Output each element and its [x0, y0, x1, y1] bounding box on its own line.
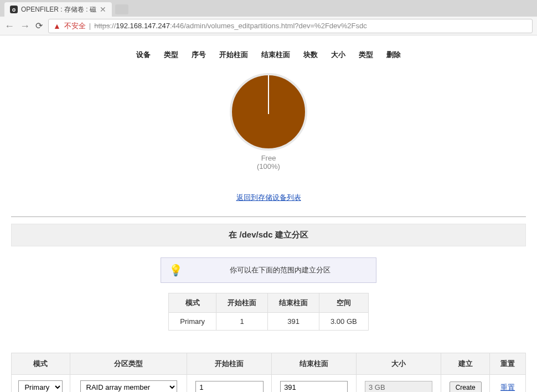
col-delete: 删除 [380, 47, 407, 63]
page-content: 设备 类型 序号 开始柱面 结束柱面 块数 大小 类型 删除 Free (100… [0, 47, 537, 392]
create-partition-heading: 在 /dev/sdc 建立分区 [11, 224, 526, 246]
form-col-size: 大小 [357, 353, 441, 375]
end-cylinder-input[interactable] [280, 381, 348, 392]
forward-icon[interactable]: → [20, 21, 30, 31]
disk-usage-chart: Free (100%) [11, 73, 526, 171]
not-secure-label: 不安全 [64, 21, 86, 31]
form-row: Primary RAID array member Create 重置 [12, 375, 526, 393]
url-sep2: :// [110, 22, 116, 30]
browser-address-bar: ← → ⟳ ▲ 不安全 | https://192.168.147.247:44… [0, 17, 537, 35]
range-start: 1 [216, 313, 268, 331]
info-text: 你可以在下面的范围内建立分区 [192, 265, 368, 275]
col-blocks: 块数 [297, 47, 324, 63]
pie-label-name: Free [261, 154, 276, 162]
range-table: 模式 开始柱面 结束柱面 空间 Primary 1 391 3.00 GB [168, 293, 368, 331]
create-button[interactable]: Create [450, 381, 482, 393]
range-col-end: 结束柱面 [268, 293, 319, 313]
url-proto: https [94, 22, 110, 30]
reset-link[interactable]: 重置 [500, 383, 515, 391]
pie-chart [230, 73, 307, 151]
range-mode: Primary [169, 313, 216, 331]
col-type2: 类型 [352, 47, 380, 63]
range-row: Primary 1 391 3.00 GB [169, 313, 368, 331]
close-icon[interactable]: ✕ [100, 6, 106, 13]
create-partition-form: 模式 分区类型 开始柱面 结束柱面 大小 建立 重置 Primary RAID … [11, 353, 526, 392]
start-cylinder-input[interactable] [195, 381, 263, 392]
col-size: 大小 [324, 47, 352, 63]
form-col-create: 建立 [441, 353, 490, 375]
reload-icon[interactable]: ⟳ [35, 22, 43, 30]
form-col-mode: 模式 [12, 353, 70, 375]
lightbulb-icon: 💡 [169, 264, 183, 277]
back-to-device-list-link[interactable]: 返回到存储设备列表 [236, 193, 301, 202]
browser-tab[interactable]: o OPENFILER : 存储卷 : 磁 ✕ [4, 2, 112, 17]
back-icon[interactable]: ← [4, 21, 14, 31]
mode-select[interactable]: Primary [18, 380, 63, 392]
col-index: 序号 [185, 47, 213, 63]
form-col-reset: 重置 [490, 353, 526, 375]
col-start-cyl: 开始柱面 [213, 47, 255, 63]
warning-icon: ▲ [53, 22, 61, 30]
col-device: 设备 [130, 47, 157, 63]
form-col-end: 结束柱面 [272, 353, 357, 375]
range-col-start: 开始柱面 [216, 293, 268, 313]
info-box: 💡 你可以在下面的范围内建立分区 [161, 257, 376, 283]
site-favicon: o [10, 6, 18, 13]
range-space: 3.00 GB [319, 313, 369, 331]
browser-tab-bar: o OPENFILER : 存储卷 : 磁 ✕ [0, 0, 537, 17]
form-col-type: 分区类型 [70, 353, 187, 375]
range-col-mode: 模式 [169, 293, 216, 313]
size-display [365, 381, 432, 392]
range-end: 391 [268, 313, 319, 331]
form-col-start: 开始柱面 [187, 353, 272, 375]
url-separator: | [89, 22, 91, 30]
url-host: 192.168.147.247 [116, 22, 170, 30]
new-tab-button[interactable] [115, 4, 128, 14]
url-field[interactable]: ▲ 不安全 | https://192.168.147.247:446/admi… [48, 19, 533, 33]
partition-type-select[interactable]: RAID array member [80, 380, 177, 392]
col-end-cyl: 结束柱面 [255, 47, 297, 63]
tab-title: OPENFILER : 存储卷 : 磁 [21, 5, 96, 14]
pie-label-pct: (100%) [257, 162, 280, 171]
partitions-header-table: 设备 类型 序号 开始柱面 结束柱面 块数 大小 类型 删除 [11, 47, 526, 63]
section-divider [11, 216, 526, 217]
range-col-space: 空间 [319, 293, 369, 313]
col-type: 类型 [157, 47, 185, 63]
url-rest: :446/admin/volumes_editpartitions.html?d… [170, 22, 367, 30]
